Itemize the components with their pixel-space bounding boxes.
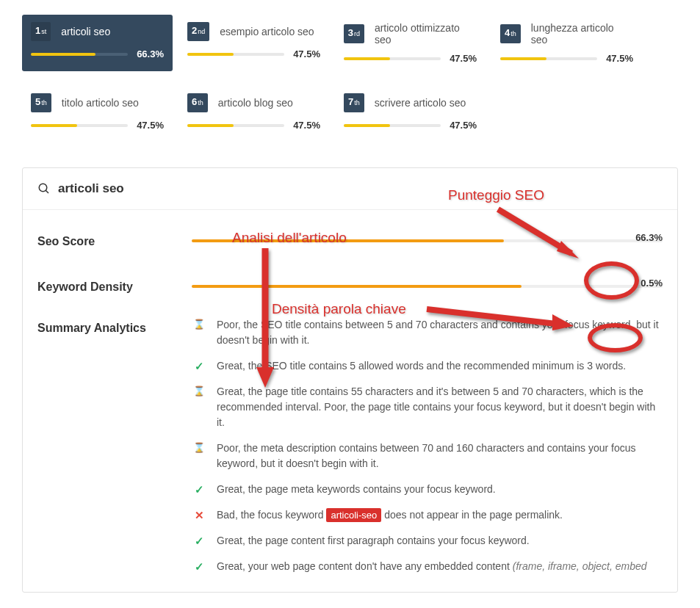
keyword-progress-bar: [187, 124, 284, 127]
keyword-card[interactable]: 5thtitolo articolo seo47.5%: [22, 86, 173, 138]
focus-keyword-badge: articoli-seo: [326, 508, 381, 522]
keyword-progress-bar: [31, 124, 128, 127]
hourglass-icon: ⌛: [192, 319, 206, 330]
keyword-density-bar: [192, 285, 663, 288]
seo-score-value: 66.3%: [635, 232, 663, 243]
keyword-card[interactable]: 4thlunghezza articolo seo47.5%: [491, 15, 642, 71]
rank-badge: 7th: [344, 93, 364, 112]
keyword-label: titolo articolo seo: [62, 97, 139, 109]
check-icon: ✓: [192, 360, 206, 373]
rank-badge: 3rd: [344, 24, 364, 43]
keyword-label: esempio articolo seo: [220, 26, 314, 37]
keyword-progress-bar: [500, 57, 597, 60]
keyword-percent: 47.5%: [606, 53, 633, 64]
keyword-progress-bar: [31, 53, 128, 56]
keyword-label: articolo blog seo: [218, 97, 293, 109]
summary-item: ✓Great, the page meta keywords contains …: [192, 482, 663, 497]
summary-item: ✓Great, the page content first paragraph…: [192, 533, 663, 549]
keyword-percent: 47.5%: [293, 120, 320, 131]
summary-analytics-label: Summary Analytics: [37, 317, 192, 585]
summary-row: Summary Analytics ⌛Poor, the SEO title c…: [23, 301, 677, 592]
summary-item: ⌛Poor, the meta description contains bet…: [192, 441, 663, 471]
analysis-keyword-title: articoli seo: [58, 181, 124, 196]
keyword-label: lunghezza articolo seo: [531, 22, 633, 46]
keyword-progress-bar: [344, 124, 441, 127]
keyword-card[interactable]: 3rdarticolo ottimizzato seo47.5%: [335, 15, 486, 71]
hourglass-icon: ⌛: [192, 386, 206, 397]
keyword-density-label: Keyword Density: [37, 276, 192, 294]
svg-line-1: [46, 190, 48, 193]
keyword-label: articoli seo: [61, 26, 110, 37]
summary-text: Great, the page content first paragraph …: [217, 533, 530, 549]
keyword-card[interactable]: 2ndesempio articolo seo47.5%: [178, 15, 329, 71]
summary-text: Great, the SEO title contains 5 allowed …: [217, 358, 626, 374]
keyword-card[interactable]: 6tharticolo blog seo47.5%: [178, 86, 329, 138]
rank-badge: 4th: [500, 24, 521, 43]
check-icon: ✓: [192, 483, 206, 496]
keyword-label: articolo ottimizzato seo: [375, 22, 477, 46]
seo-score-row: Seo Score 66.3%: [23, 210, 677, 256]
keyword-progress-bar: [344, 57, 441, 60]
summary-text: Great, the page title contains 55 charac…: [217, 384, 663, 430]
keyword-percent: 66.3%: [137, 48, 164, 59]
keyword-percent: 47.5%: [137, 120, 164, 131]
summary-item: ✓Great, your web page content don't have…: [192, 559, 663, 574]
hourglass-icon: ⌛: [192, 442, 206, 453]
search-icon: [37, 182, 51, 195]
rank-badge: 1st: [31, 22, 51, 41]
keyword-card[interactable]: 7thscrivere articolo seo47.5%: [335, 86, 486, 138]
analysis-header: articoli seo: [23, 168, 677, 210]
rank-badge: 6th: [187, 93, 208, 112]
summary-item: ⌛Poor, the SEO title contains between 5 …: [192, 317, 663, 348]
seo-score-bar: [192, 239, 663, 242]
summary-text: Poor, the SEO title contains between 5 a…: [217, 317, 663, 348]
summary-item: ⌛Great, the page title contains 55 chara…: [192, 384, 663, 430]
summary-item: ✕Bad, the focus keyword articoli-seo doe…: [192, 507, 663, 523]
summary-text: Bad, the focus keyword articoli-seo does…: [217, 507, 563, 523]
keyword-card[interactable]: 1starticoli seo66.3%: [22, 15, 173, 71]
analysis-panel: articoli seo Seo Score 66.3% Keyword Den…: [22, 167, 678, 593]
check-icon: ✓: [192, 535, 206, 548]
rank-badge: 5th: [31, 93, 51, 112]
cross-icon: ✕: [192, 509, 206, 522]
svg-point-0: [39, 184, 47, 192]
keyword-density-value: 0.5%: [641, 278, 663, 289]
summary-item: ✓Great, the SEO title contains 5 allowed…: [192, 358, 663, 374]
keyword-density-row: Keyword Density 0.5%: [23, 256, 677, 301]
seo-score-label: Seo Score: [37, 231, 192, 248]
keyword-progress-bar: [187, 53, 284, 56]
keyword-percent: 47.5%: [450, 120, 477, 131]
keyword-label: scrivere articolo seo: [375, 97, 466, 109]
keyword-percent: 47.5%: [293, 48, 320, 59]
summary-text: Great, the page meta keywords contains y…: [217, 482, 496, 497]
summary-text: Great, your web page content don't have …: [217, 559, 647, 574]
rank-badge: 2nd: [187, 22, 209, 41]
keyword-percent: 47.5%: [450, 53, 477, 64]
summary-text: Poor, the meta description contains betw…: [217, 441, 663, 471]
check-icon: ✓: [192, 560, 206, 573]
